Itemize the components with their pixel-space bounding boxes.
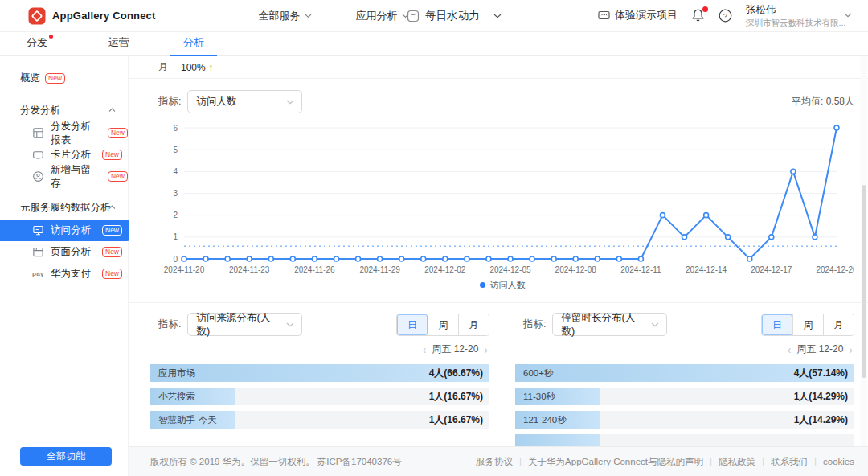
- data-point[interactable]: [443, 256, 448, 261]
- next-day-icon[interactable]: ›: [484, 344, 488, 355]
- data-point[interactable]: [638, 256, 643, 261]
- period-tab-日[interactable]: 日: [397, 314, 428, 335]
- period-tab-周[interactable]: 周: [428, 314, 458, 335]
- footer-link[interactable]: 联系我们: [771, 456, 808, 468]
- data-point[interactable]: [769, 235, 774, 240]
- data-point[interactable]: [247, 256, 252, 261]
- period-tab-月[interactable]: 月: [458, 314, 489, 335]
- duration-distribution-select[interactable]: 停留时长分布(人数): [552, 313, 667, 336]
- data-point[interactable]: [334, 256, 338, 261]
- chevron-down-icon: [286, 100, 294, 105]
- data-point[interactable]: [290, 256, 295, 261]
- sidebar-item-monitor[interactable]: 访问分析New: [0, 220, 133, 241]
- stat-value: 100% ↑: [181, 62, 213, 73]
- data-point[interactable]: [747, 256, 752, 261]
- main-content: 月 100% ↑ 指标: 访问人数 平均值: 0.58人 01234562024…: [129, 56, 868, 446]
- app-selector[interactable]: 每日水动力: [407, 0, 502, 32]
- help-button[interactable]: ?: [719, 9, 732, 23]
- footer: 版权所有 © 2019 华为。保留一切权利。 苏ICP备17040376号 服务…: [129, 446, 868, 476]
- footer-link[interactable]: 隐私政策: [719, 456, 755, 468]
- chevron-down-icon: [286, 322, 294, 327]
- app-window: AppGallery Connect 全部服务 应用分析 每日水动力 体验演示项…: [0, 0, 868, 476]
- data-point[interactable]: [486, 256, 491, 261]
- period-tab-周[interactable]: 周: [792, 314, 823, 335]
- data-point[interactable]: [616, 256, 621, 261]
- next-day-icon[interactable]: ›: [849, 344, 853, 355]
- data-point[interactable]: [726, 235, 731, 240]
- tab-analysis[interactable]: 分析: [170, 32, 217, 56]
- distribution-bar[interactable]: 11-30秒1人(14.29%): [515, 388, 854, 405]
- tab-distribution[interactable]: 分发: [27, 32, 47, 56]
- sidebar-item-overview[interactable]: 概览New: [0, 66, 128, 90]
- footer-link[interactable]: 关于华为AppGallery Connect与隐私的声明: [528, 456, 703, 468]
- data-point[interactable]: [834, 125, 839, 130]
- account-menu[interactable]: 张松伟 深圳市智云数科技术有限...: [746, 3, 852, 28]
- metric-select[interactable]: 访问人数: [187, 90, 302, 113]
- data-point[interactable]: [660, 213, 665, 218]
- notifications-button[interactable]: [691, 8, 705, 23]
- data-point[interactable]: [530, 256, 534, 261]
- distribution-bar[interactable]: 121-240秒1人(14.29%): [515, 411, 854, 429]
- distribution-bar[interactable]: [515, 434, 854, 446]
- scrollbar-thumb[interactable]: [862, 185, 866, 378]
- chevron-down-icon: [493, 14, 502, 18]
- data-point[interactable]: [813, 235, 817, 240]
- new-badge: New: [45, 73, 65, 84]
- period-tab-月[interactable]: 月: [823, 314, 854, 335]
- collapse-caret-icon[interactable]: [108, 205, 116, 210]
- sidebar-item-page[interactable]: 页面分析New: [0, 241, 128, 263]
- sidebar-item-retention[interactable]: 新增与留存New: [0, 166, 128, 187]
- data-point[interactable]: [465, 256, 469, 261]
- prev-day-icon[interactable]: ‹: [788, 344, 792, 355]
- bar-label: 智慧助手-今天: [158, 411, 217, 429]
- sidebar-item-pay[interactable]: pay华为支付New: [0, 263, 128, 285]
- distribution-bar[interactable]: 应用市场4人(66.67%): [150, 364, 489, 382]
- data-point[interactable]: [573, 256, 578, 261]
- period-tab-日[interactable]: 日: [762, 314, 792, 335]
- data-point[interactable]: [399, 256, 404, 261]
- demo-project-button[interactable]: 体验演示项目: [598, 8, 678, 23]
- user-name: 张松伟: [746, 3, 841, 17]
- metric-label: 指标:: [158, 318, 181, 331]
- sidebar-group-1[interactable]: 元服务履约数据分析: [0, 195, 128, 220]
- prev-day-icon[interactable]: ‹: [423, 344, 427, 355]
- all-services-menu[interactable]: 全部服务: [259, 9, 312, 23]
- data-point[interactable]: [682, 235, 687, 240]
- y-tick-label: 0: [173, 255, 178, 264]
- data-point[interactable]: [551, 256, 556, 261]
- distribution-bar[interactable]: 小艺搜索1人(16.67%): [150, 388, 489, 405]
- vertical-scrollbar[interactable]: [861, 56, 867, 446]
- y-tick-label: 3: [173, 189, 178, 198]
- brand[interactable]: AppGallery Connect: [28, 7, 156, 25]
- source-distribution-select[interactable]: 访问来源分布(人数): [187, 313, 302, 336]
- data-point[interactable]: [704, 213, 709, 218]
- up-arrow-icon: ↑: [208, 62, 213, 73]
- distribution-bar[interactable]: 600+秒4人(57.14%): [515, 364, 854, 382]
- distribution-bar[interactable]: 智慧助手-今天1人(16.67%): [150, 411, 489, 429]
- data-point[interactable]: [225, 256, 230, 261]
- data-point[interactable]: [791, 169, 796, 174]
- data-point[interactable]: [421, 256, 426, 261]
- top-bar: AppGallery Connect 全部服务 应用分析 每日水动力 体验演示项…: [0, 0, 868, 32]
- all-features-button[interactable]: 全部功能: [20, 447, 112, 466]
- chart-legend[interactable]: 访问人数: [150, 279, 854, 291]
- app-analysis-menu[interactable]: 应用分析: [356, 9, 409, 23]
- sidebar-group-0[interactable]: 分发分析: [0, 98, 128, 122]
- data-point[interactable]: [203, 256, 208, 261]
- visits-line-chart[interactable]: 01234562024-11-202024-11-232024-11-26202…: [150, 120, 854, 277]
- tab-operations[interactable]: 运营: [108, 32, 129, 56]
- data-point[interactable]: [378, 256, 383, 261]
- data-point[interactable]: [268, 256, 273, 261]
- footer-link[interactable]: cookies: [823, 457, 854, 466]
- x-tick-label: 2024-11-20: [164, 265, 205, 274]
- data-point[interactable]: [508, 256, 513, 261]
- data-point[interactable]: [182, 256, 186, 261]
- sidebar-item-report[interactable]: 分发分析报表New: [0, 122, 128, 144]
- collapse-caret-icon[interactable]: [108, 108, 116, 113]
- data-point[interactable]: [312, 256, 317, 261]
- footer-link[interactable]: 服务协议: [476, 456, 513, 468]
- data-point[interactable]: [356, 256, 361, 261]
- sidebar-nav: 概览New分发分析分发分析报表New卡片分析New新增与留存New元服务履约数据…: [0, 66, 128, 293]
- notification-dot: [49, 35, 53, 39]
- data-point[interactable]: [595, 256, 600, 261]
